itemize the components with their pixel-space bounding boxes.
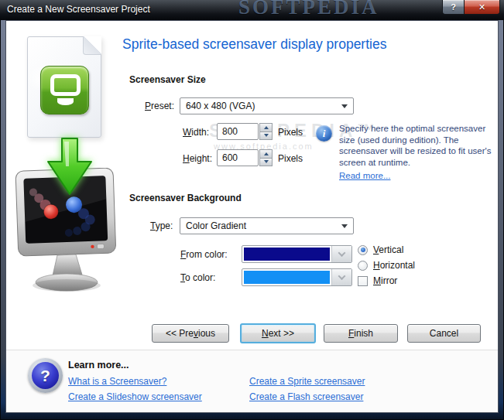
learn-more-panel: ? Learn more... What is a Screensaver? C… [6,350,498,412]
height-input[interactable] [217,149,259,166]
mirror-label: Mirror [373,275,397,286]
mirror-option[interactable]: Mirror [358,275,397,286]
width-pixels-label: Pixels [278,127,303,138]
help-button[interactable]: ? [442,0,465,15]
monitor-glyph-icon [50,74,81,96]
info-text: Specify here the optimal screensaver siz… [339,123,500,168]
chevron-down-icon [338,272,346,280]
spin-down-button[interactable] [259,159,273,167]
horizontal-label: Horizontal [373,260,415,271]
preset-label: Preset: [145,101,174,111]
arrow-down-icon [264,160,269,163]
link-create-flash[interactable]: Create a Flash screensaver [249,391,363,402]
arrow-up-icon [264,152,269,155]
dialog-window: SOFTPEDIA Create a New Screensaver Proje… [0,0,504,420]
preset-value: 640 x 480 (VGA) [186,101,255,111]
project-file-icon [27,36,101,138]
from-color-picker[interactable] [242,245,352,263]
softpedia-watermark: SOFTPEDIA [238,0,379,19]
read-more-link[interactable]: Read more... [339,171,390,180]
size-section-heading: Screensaver Size [129,74,206,85]
chevron-down-icon [341,224,348,228]
cancel-button[interactable]: Cancel [407,324,481,343]
close-button[interactable]: ✕ [465,0,500,15]
background-type-dropdown[interactable]: Color Gradient [180,217,354,234]
radio-icon[interactable] [358,245,368,255]
radio-icon[interactable] [358,261,368,271]
type-label: Type: [150,220,173,231]
caption-buttons: ? ✕ [442,0,500,15]
height-pixels-label: Pixels [278,153,303,164]
page-title: Sprite-based screensaver display propert… [122,36,386,53]
link-create-sprite[interactable]: Create a Sprite screensaver [249,376,365,387]
background-section-heading: Screensaver Background [129,193,242,203]
from-color-label: From color: [180,249,228,260]
vertical-label: Vertical [373,244,403,255]
color-dropdown-button[interactable] [331,246,351,262]
vertical-option[interactable]: Vertical [358,244,403,255]
dialog-client-area: SOFTPEDIA™ www.softpedia.com [5,20,499,413]
learn-more-heading: Learn more... [68,360,129,370]
width-spinner [259,123,273,140]
preset-dropdown[interactable]: 640 x 480 (VGA) [180,97,354,114]
to-color-picker[interactable] [242,268,352,286]
chevron-down-icon [338,249,346,257]
spin-up-button[interactable] [259,149,273,159]
to-color-label: To color: [180,272,215,283]
window-title: Create a New Screensaver Project [7,4,150,15]
horizontal-option[interactable]: Horizontal [358,260,415,271]
page-fold [83,36,101,55]
width-input[interactable] [217,123,259,140]
arrow-up-icon [264,126,269,129]
arrow-down-icon [264,134,269,137]
background-type-value: Color Gradient [186,220,246,231]
spin-up-button[interactable] [259,123,273,132]
monitor-stand-glyph [57,98,74,105]
next-button[interactable]: Next >> [240,323,316,343]
help-circle-icon: ? [28,358,63,393]
link-create-slideshow[interactable]: Create a Slideshow screensaver [68,391,202,402]
width-label: Width: [183,127,209,138]
green-down-arrow-icon [43,137,96,199]
from-color-swatch [244,248,330,261]
titlebar[interactable]: SOFTPEDIA Create a New Screensaver Proje… [0,0,504,20]
color-dropdown-button[interactable] [331,269,351,285]
checkbox-icon[interactable] [358,276,368,286]
finish-button[interactable]: Finish [324,324,398,343]
spin-down-button[interactable] [259,132,273,141]
height-spinner [259,149,273,166]
link-what-is-screensaver[interactable]: What is a Screensaver? [68,376,166,387]
info-icon: i [316,125,332,142]
question-mark-icon: ? [32,362,59,389]
previous-button[interactable]: << Previous [152,324,229,343]
to-color-swatch [244,271,330,284]
screensaver-app-icon [40,66,89,114]
chevron-down-icon [341,104,348,108]
height-label: Height: [183,153,212,164]
